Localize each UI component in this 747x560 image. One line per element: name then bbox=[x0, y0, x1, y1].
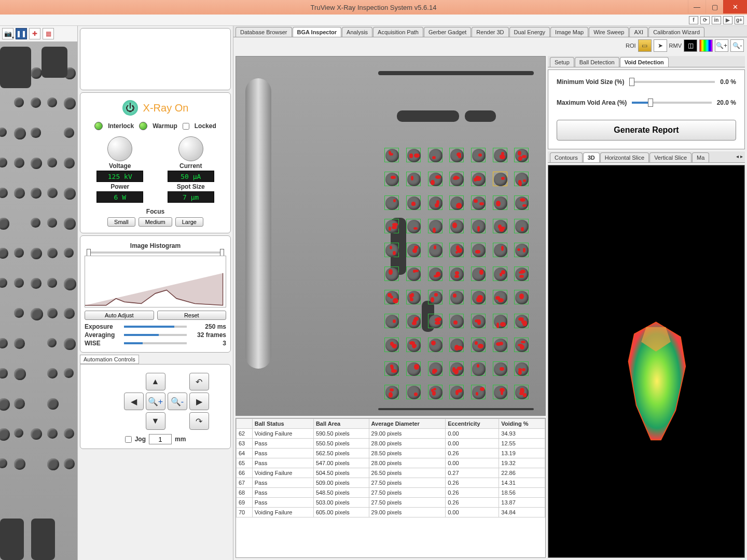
ball-box[interactable] bbox=[449, 172, 464, 186]
ball-box[interactable] bbox=[428, 385, 442, 399]
reset-button[interactable]: Reset bbox=[157, 311, 227, 320]
ball-box[interactable] bbox=[428, 195, 442, 210]
ball-box[interactable] bbox=[428, 219, 442, 233]
table-header[interactable]: Ball Status bbox=[252, 419, 313, 429]
ball-box[interactable] bbox=[493, 314, 507, 328]
ball-box[interactable] bbox=[428, 172, 442, 186]
ball-box[interactable] bbox=[514, 148, 529, 162]
ball-box[interactable] bbox=[428, 267, 442, 281]
auto-adjust-button[interactable]: Auto Adjust bbox=[85, 311, 154, 320]
ball-box[interactable] bbox=[406, 195, 421, 210]
ball-box[interactable] bbox=[406, 148, 421, 162]
view3d-tab-3d[interactable]: 3D bbox=[583, 152, 600, 162]
ball-box[interactable] bbox=[428, 314, 442, 328]
ball-box[interactable] bbox=[471, 219, 486, 233]
table-row[interactable]: 67Pass509.00 pixels27.50 pixels0.2614.31 bbox=[237, 478, 545, 488]
zoom-out-button[interactable]: 🔍- bbox=[730, 39, 744, 52]
ball-box[interactable] bbox=[428, 243, 442, 257]
maximize-button[interactable]: ▢ bbox=[706, 0, 723, 13]
ball-box[interactable] bbox=[384, 195, 399, 210]
ball-box[interactable] bbox=[471, 361, 486, 376]
ball-box[interactable] bbox=[406, 385, 421, 399]
ball-box[interactable] bbox=[493, 148, 507, 162]
ball-box[interactable] bbox=[406, 243, 421, 257]
ball-box[interactable] bbox=[514, 361, 529, 376]
ball-box[interactable] bbox=[493, 361, 507, 376]
ball-box[interactable] bbox=[471, 385, 486, 399]
histogram-range-slider[interactable] bbox=[85, 251, 226, 254]
nav-zoom-out-button[interactable]: 🔍- bbox=[168, 393, 187, 410]
nav-left-button[interactable]: ◀ bbox=[124, 393, 144, 410]
ball-box[interactable] bbox=[514, 290, 529, 304]
ball-box[interactable] bbox=[384, 267, 399, 281]
tab-analysis[interactable]: Analysis bbox=[342, 27, 372, 37]
min-void-slider[interactable] bbox=[629, 81, 715, 83]
nav-down-button[interactable]: ▼ bbox=[146, 412, 165, 430]
googleplus-icon[interactable]: g+ bbox=[735, 16, 744, 24]
wise-slider[interactable] bbox=[124, 340, 187, 347]
table-row[interactable]: 62Voiding Failure590.50 pixels29.00 pixe… bbox=[237, 429, 545, 439]
ball-box[interactable] bbox=[406, 290, 421, 304]
table-header[interactable]: Average Diameter bbox=[369, 419, 446, 429]
roi-tool-button[interactable]: ▭ bbox=[638, 39, 652, 52]
ball-box[interactable] bbox=[449, 148, 464, 162]
ball-box[interactable] bbox=[514, 219, 529, 233]
thumbnail-view[interactable] bbox=[0, 41, 77, 560]
ball-box[interactable] bbox=[471, 195, 486, 210]
tab-calibration-wizard[interactable]: Calibration Wizard bbox=[648, 27, 704, 37]
view3d-tab-ma[interactable]: Ma bbox=[692, 152, 709, 162]
ball-box[interactable] bbox=[384, 338, 399, 352]
ball-box[interactable] bbox=[449, 314, 464, 328]
view3d-tab-scroll[interactable]: ◂ ▸ bbox=[734, 152, 745, 162]
voltage-knob[interactable] bbox=[107, 136, 132, 161]
ball-box[interactable] bbox=[406, 172, 421, 186]
averaging-slider[interactable] bbox=[124, 331, 187, 339]
ball-box[interactable] bbox=[514, 385, 529, 399]
tab-image-map[interactable]: Image Map bbox=[550, 27, 588, 37]
grid-button[interactable]: ▦ bbox=[43, 28, 54, 39]
table-header[interactable]: Ball Area bbox=[313, 419, 369, 429]
locked-checkbox[interactable] bbox=[183, 123, 189, 130]
table-row[interactable]: 69Pass503.00 pixels27.50 pixels0.2613.87 bbox=[237, 498, 545, 508]
tab-database-browser[interactable]: Database Browser bbox=[236, 27, 292, 37]
max-void-slider[interactable] bbox=[632, 102, 711, 104]
ball-box[interactable] bbox=[493, 385, 507, 399]
refresh-icon[interactable]: ⟳ bbox=[700, 16, 710, 24]
nav-up-button[interactable]: ▲ bbox=[146, 373, 165, 390]
table-row[interactable]: 65Pass547.00 pixels28.00 pixels0.0019.32 bbox=[237, 458, 545, 468]
right-tab-void-detection[interactable]: Void Detection bbox=[620, 57, 669, 67]
table-header[interactable]: Eccentricity bbox=[446, 419, 499, 429]
focus-small-button[interactable]: Small bbox=[107, 217, 135, 227]
results-table[interactable]: Ball StatusBall AreaAverage DiameterEcce… bbox=[236, 418, 546, 558]
nav-zoom-in-button[interactable]: 🔍+ bbox=[146, 393, 165, 410]
ball-box[interactable] bbox=[384, 314, 399, 328]
view3d-tab-vertical-slice[interactable]: Vertical Slice bbox=[649, 152, 691, 162]
view3d[interactable] bbox=[548, 165, 745, 558]
table-row[interactable]: 68Pass548.50 pixels27.50 pixels0.2618.56 bbox=[237, 488, 545, 498]
table-row[interactable]: 66Voiding Failure504.50 pixels26.50 pixe… bbox=[237, 468, 545, 478]
ball-box[interactable] bbox=[471, 338, 486, 352]
ball-box[interactable] bbox=[449, 361, 464, 376]
tab-dual-energy[interactable]: Dual Energy bbox=[509, 27, 550, 37]
ball-box[interactable] bbox=[449, 338, 464, 352]
ball-box[interactable] bbox=[493, 195, 507, 210]
xray-image-view[interactable] bbox=[236, 56, 546, 416]
ball-box[interactable] bbox=[428, 148, 442, 162]
pointer-tool-button[interactable]: ➤ bbox=[654, 39, 667, 52]
ball-box[interactable] bbox=[449, 243, 464, 257]
ball-box[interactable] bbox=[384, 219, 399, 233]
table-row[interactable]: 63Pass550.50 pixels28.00 pixels0.0012.55 bbox=[237, 439, 545, 449]
ball-box[interactable] bbox=[384, 385, 399, 399]
nav-right-button[interactable]: ▶ bbox=[189, 393, 209, 410]
minimize-button[interactable]: — bbox=[688, 0, 706, 13]
colormap-tool-button[interactable] bbox=[699, 39, 713, 52]
zoom-in-button[interactable]: 🔍+ bbox=[715, 39, 728, 52]
facebook-icon[interactable]: f bbox=[689, 16, 698, 24]
table-row[interactable]: 64Pass562.50 pixels28.50 pixels0.2613.19 bbox=[237, 449, 545, 458]
pause-button[interactable]: ❚❚ bbox=[16, 28, 27, 39]
ball-box[interactable] bbox=[514, 243, 529, 257]
nav-rotate-ccw-button[interactable]: ↶ bbox=[189, 373, 209, 390]
ball-box[interactable] bbox=[493, 219, 507, 233]
tab-acquisition-path[interactable]: Acquisition Path bbox=[373, 27, 423, 37]
table-row[interactable]: 70Voiding Failure605.00 pixels29.00 pixe… bbox=[237, 508, 545, 517]
